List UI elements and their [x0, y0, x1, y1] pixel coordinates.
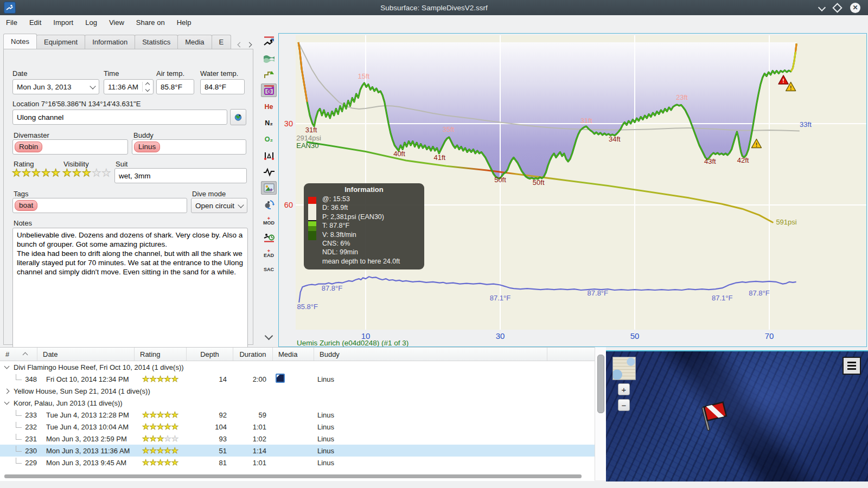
map-zoom-in-button[interactable]: +	[618, 383, 630, 395]
ndl-toggle-button[interactable]	[261, 230, 277, 243]
water-temp-input[interactable]	[205, 83, 240, 91]
tags-field[interactable]: boat	[12, 198, 187, 213]
star-icon[interactable]: ★	[157, 434, 164, 443]
star-icon[interactable]: ★	[149, 374, 156, 383]
map-overview-thumbnail[interactable]	[612, 357, 636, 380]
tab-scroll-left-icon[interactable]	[238, 42, 243, 48]
photos-toggle-button[interactable]	[261, 181, 277, 195]
star-icon[interactable]: ★	[72, 167, 82, 178]
location-input[interactable]	[17, 113, 223, 121]
column-header-depth[interactable]: Depth	[186, 348, 233, 361]
salinity-toggle-button[interactable]	[261, 51, 277, 65]
suit-input[interactable]	[119, 172, 242, 180]
star-icon[interactable]: ★	[171, 458, 178, 467]
dive-trip-group-row[interactable]: Divi Flamingo House Reef, Fri Oct 10, 20…	[0, 361, 595, 373]
star-icon[interactable]: ★	[31, 167, 41, 178]
star-icon[interactable]: ★	[149, 458, 156, 467]
tab-e[interactable]: E	[212, 35, 232, 49]
dive-mode-dropdown-icon[interactable]	[238, 202, 244, 208]
star-icon[interactable]: ★	[22, 167, 31, 178]
dive-trip-group-row[interactable]: Yellow House, Sun Sep 21, 2014 (1 dive(s…	[0, 385, 595, 397]
maximize-icon[interactable]	[832, 3, 842, 12]
divemaster-chip[interactable]: Robin	[15, 142, 42, 152]
star-icon[interactable]: ★	[149, 410, 156, 419]
ead-toggle-button[interactable]: +EAD	[261, 246, 277, 260]
menu-import[interactable]: Import	[47, 15, 79, 30]
heartrate-toggle-button[interactable]	[261, 165, 277, 178]
star-icon[interactable]: ★	[142, 458, 149, 467]
star-icon[interactable]: ★	[142, 410, 149, 419]
star-icon[interactable]: ★	[149, 422, 156, 431]
collapse-icon[interactable]	[4, 364, 10, 369]
menu-help[interactable]: Help	[171, 15, 197, 30]
close-icon[interactable]: ✕	[850, 3, 860, 13]
buddy-chip[interactable]: Linus	[134, 142, 160, 152]
gas-change-toggle-button[interactable]	[261, 197, 277, 211]
menu-view[interactable]: View	[103, 15, 130, 30]
water-temp-field[interactable]	[200, 79, 245, 94]
column-header-date[interactable]: Date	[37, 348, 134, 361]
column-header-duration[interactable]: Duration	[233, 348, 272, 361]
notes-textarea[interactable]: Unbelievable dive. Dozens and dozens of …	[17, 230, 244, 345]
star-icon[interactable]: ★	[157, 374, 164, 383]
o2-graph-toggle-button[interactable]: O₂	[261, 132, 277, 146]
star-icon[interactable]: ★	[82, 167, 92, 178]
star-icon[interactable]: ★	[164, 422, 171, 431]
star-icon[interactable]: ★	[164, 374, 171, 383]
star-icon[interactable]: ★	[41, 167, 51, 178]
dive-mode-select[interactable]: Open circuit	[191, 198, 247, 213]
column-header-rating[interactable]: Rating	[134, 348, 186, 361]
star-icon[interactable]: ★	[157, 458, 164, 467]
toolbar-scroll-down-icon[interactable]	[261, 329, 277, 343]
star-icon[interactable]: ★	[142, 374, 149, 383]
menu-edit[interactable]: Edit	[23, 15, 47, 30]
star-icon[interactable]: ★	[164, 410, 171, 419]
dc-ceiling-toggle-button[interactable]	[261, 35, 277, 48]
buddy-field[interactable]: Linus	[132, 139, 246, 155]
tab-statistics[interactable]: Statistics	[135, 35, 178, 49]
tab-notes[interactable]: Notes	[3, 34, 37, 49]
star-icon[interactable]: ★	[142, 422, 149, 431]
n2-graph-toggle-button[interactable]: N₂	[261, 116, 277, 130]
tab-equipment[interactable]: Equipment	[36, 35, 85, 49]
media-thumbnail-icon[interactable]	[276, 374, 285, 383]
star-icon[interactable]: ★	[157, 422, 164, 431]
tag-chip[interactable]: boat	[15, 200, 37, 211]
suit-field[interactable]	[114, 168, 247, 183]
menu-share-on[interactable]: Share on	[130, 15, 171, 30]
hscrollbar-thumb[interactable]	[4, 474, 582, 478]
star-icon[interactable]: ★	[164, 446, 171, 455]
dive-flag-marker[interactable]	[695, 399, 735, 433]
divemaster-field[interactable]: Robin	[12, 139, 128, 155]
rating-stars[interactable]: ★★★★★	[12, 166, 61, 179]
date-combobox[interactable]: Mon Jun 3, 2013	[12, 79, 99, 94]
star-icon[interactable]: ★	[101, 167, 111, 178]
column-header-buddy[interactable]: Buddy	[314, 348, 547, 361]
minimize-icon[interactable]	[818, 4, 826, 11]
star-icon[interactable]: ★	[12, 167, 22, 178]
dive-row-231[interactable]: 231Mon Jun 3, 2013 2:59 PM★★★★★931:02Lin…	[0, 433, 595, 445]
dive-site-map[interactable]: + −	[606, 350, 868, 481]
tab-media[interactable]: Media	[177, 35, 212, 49]
dive-row-348[interactable]: 348Fri Oct 10, 2014 12:34 PM★★★★★142:00L…	[0, 373, 595, 385]
location-field[interactable]	[12, 110, 227, 125]
menu-file[interactable]: File	[0, 15, 23, 30]
star-icon[interactable]: ★	[51, 167, 61, 178]
star-icon[interactable]: ★	[164, 434, 171, 443]
dive-row-230[interactable]: 230Mon Jun 3, 2013 11:36 AM★★★★★511:14Li…	[0, 445, 595, 457]
star-icon[interactable]: ★	[62, 167, 72, 178]
dive-list-horizontal-scrollbar[interactable]	[0, 472, 591, 480]
column-header-media[interactable]: Media	[272, 348, 314, 361]
time-spinbox[interactable]: 11:36 AM	[104, 79, 154, 94]
dive-profile-panel[interactable]: 10305070306031ft2914psiEAN3015ft40ft41ft…	[279, 34, 866, 346]
star-icon[interactable]: ★	[164, 458, 171, 467]
dive-list-header[interactable]: #DateRatingDepthDurationMediaBuddy	[0, 348, 595, 361]
star-icon[interactable]: ★	[157, 410, 164, 419]
tab-scroll-right-icon[interactable]	[247, 42, 252, 48]
dive-row-232[interactable]: 232Tue Jun 4, 2013 10:04 AM★★★★★1041:01L…	[0, 421, 595, 433]
map-menu-button[interactable]	[843, 357, 861, 375]
ruler-toggle-button[interactable]	[261, 149, 277, 162]
dive-row-233[interactable]: 233Tue Jun 4, 2013 12:28 PM★★★★★9259Linu…	[0, 409, 595, 421]
column-header-num[interactable]: #	[0, 348, 37, 361]
star-icon[interactable]: ★	[171, 434, 178, 443]
